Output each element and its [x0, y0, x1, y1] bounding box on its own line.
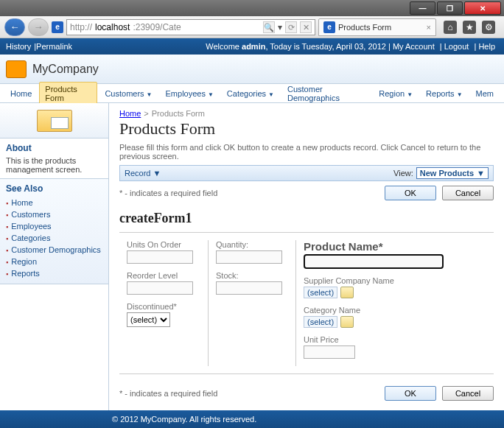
- sidebar-image: [0, 103, 108, 138]
- field-units-on-order: Units On Order: [127, 240, 200, 264]
- sidebar-link-region[interactable]: Region: [11, 257, 37, 266]
- required-note: * - indicates a required field: [119, 189, 385, 197]
- sidebar-link-home[interactable]: Home: [11, 198, 32, 207]
- seealso-title: See Also: [6, 183, 102, 194]
- product-name-input[interactable]: [304, 254, 444, 269]
- lookup-icon[interactable]: [340, 287, 354, 298]
- company-name: MyCompany: [32, 63, 99, 76]
- browser-tab[interactable]: e Products Form ×: [318, 18, 436, 36]
- menu-item-customer-demographics[interactable]: Customer Demographics: [281, 82, 371, 105]
- menu-item-products-form[interactable]: Products Form: [39, 82, 97, 105]
- category-select-link[interactable]: (select): [304, 316, 337, 328]
- record-menu[interactable]: Record ▼: [125, 169, 161, 178]
- unit-price-input[interactable]: [304, 345, 355, 359]
- view-dropdown[interactable]: New Products▼: [416, 167, 489, 179]
- menu-item-mem[interactable]: Mem: [470, 86, 500, 101]
- record-toolbar: Record ▼ View: New Products▼: [119, 165, 494, 181]
- url-prefix: http://: [70, 22, 92, 32]
- field-reorder-level: Reorder Level: [127, 271, 200, 295]
- my-account-link[interactable]: My Account: [393, 42, 435, 51]
- quantity-input[interactable]: [216, 250, 282, 264]
- stop-icon[interactable]: ✕: [300, 21, 312, 33]
- about-title: About: [6, 143, 102, 153]
- page-title: Products Form: [119, 119, 494, 138]
- sidebar-link-customer-demographics[interactable]: Customer Demographics: [11, 245, 101, 254]
- window-titlebar: — ❐ ✕: [0, 0, 504, 16]
- app-header: MyCompany: [0, 55, 504, 84]
- logout-link[interactable]: Logout: [444, 42, 469, 51]
- tab-close-icon[interactable]: ×: [427, 23, 431, 32]
- tab-title: Products Form: [338, 23, 391, 32]
- field-discontinued: Discontinued* (select): [127, 302, 200, 327]
- field-supplier: Supplier Company Name (select): [304, 276, 486, 298]
- url-host: localhost: [95, 22, 130, 32]
- sidebar-link-reports[interactable]: Reports: [11, 269, 40, 278]
- window-close[interactable]: ✕: [464, 1, 501, 15]
- window-minimize[interactable]: —: [410, 1, 435, 15]
- footer: © 2012 MyCompany. All rights reserved.: [0, 410, 504, 428]
- page-description: Please fill this form and click OK butto…: [119, 143, 494, 161]
- browser-toolbar: ← → e http://localhost:23909/Cate 🔍 ▾ ⟳ …: [0, 16, 504, 38]
- units-on-order-input[interactable]: [127, 250, 193, 264]
- history-link[interactable]: History: [6, 42, 31, 51]
- ie-icon: e: [323, 21, 335, 33]
- menu-item-region[interactable]: Region▼: [373, 86, 419, 101]
- field-stock: Stock:: [216, 271, 288, 295]
- company-logo: [6, 60, 27, 78]
- sidebar: About This is the products management sc…: [0, 103, 109, 410]
- reorder-level-input[interactable]: [127, 281, 193, 295]
- sidebar-link: Employees: [6, 220, 102, 232]
- discontinued-select[interactable]: (select): [127, 312, 170, 327]
- ok-button-bottom[interactable]: OK: [385, 386, 436, 401]
- welcome-user: admin: [242, 42, 265, 51]
- menu-item-customers[interactable]: Customers▼: [99, 86, 158, 101]
- tools-icon[interactable]: ⚙: [482, 21, 495, 34]
- field-quantity: Quantity:: [216, 240, 288, 264]
- sidebar-link: Home: [6, 197, 102, 208]
- home-icon[interactable]: ⌂: [444, 21, 457, 34]
- sidebar-link: Reports: [6, 267, 102, 279]
- cancel-button-bottom[interactable]: Cancel: [442, 386, 494, 401]
- back-button[interactable]: ←: [4, 18, 25, 36]
- permalink-link[interactable]: Permalink: [36, 42, 72, 51]
- cancel-button-top[interactable]: Cancel: [442, 186, 494, 200]
- sidebar-link: Region: [6, 256, 102, 267]
- main-menu: HomeProducts FormCustomers▼Employees▼Cat…: [0, 84, 504, 103]
- sidebar-link-customers[interactable]: Customers: [11, 210, 50, 219]
- form-columns: Units On Order Reorder Level Discontinue…: [119, 232, 494, 366]
- forward-button[interactable]: →: [28, 18, 49, 36]
- form-title: createForm1: [119, 211, 494, 226]
- main-content: Home>Products Form Products Form Please …: [109, 103, 504, 410]
- field-unit-price: Unit Price: [304, 335, 486, 359]
- field-product-name: Product Name*: [304, 240, 486, 269]
- welcome-pre: Welcome: [206, 42, 242, 51]
- search-icon[interactable]: 🔍: [263, 21, 275, 33]
- sidebar-link-categories[interactable]: Categories: [11, 234, 50, 242]
- window-maximize[interactable]: ❐: [437, 1, 463, 15]
- url-rest: :23909/Cate: [133, 22, 181, 32]
- about-text: This is the products management screen.: [6, 156, 102, 174]
- refresh-icon[interactable]: ⟳: [285, 21, 297, 33]
- ie-icon: e: [52, 21, 63, 33]
- help-link[interactable]: Help: [478, 42, 495, 51]
- sidebar-link-employees[interactable]: Employees: [11, 222, 51, 231]
- sidebar-link: Customers: [6, 208, 102, 220]
- stock-input[interactable]: [216, 281, 282, 295]
- view-label: View:: [393, 169, 413, 178]
- field-category: Category Name (select): [304, 306, 486, 328]
- menu-item-employees[interactable]: Employees▼: [160, 86, 220, 101]
- lookup-icon[interactable]: [340, 316, 354, 328]
- copyright: © 2012 MyCompany. All rights reserved.: [112, 415, 256, 424]
- address-bar[interactable]: http://localhost:23909/Cate 🔍 ▾ ⟳ ✕: [66, 19, 315, 35]
- crumb-home[interactable]: Home: [119, 109, 141, 118]
- breadcrumb: Home>Products Form: [119, 109, 494, 118]
- menu-item-home[interactable]: Home: [4, 86, 38, 101]
- menu-item-reports[interactable]: Reports▼: [420, 86, 468, 101]
- welcome-date: , Today is Tuesday, April 03, 2012: [265, 42, 385, 51]
- supplier-select-link[interactable]: (select): [304, 287, 337, 298]
- seealso-block: See Also HomeCustomersEmployeesCategorie…: [0, 179, 108, 284]
- sidebar-link: Customer Demographics: [6, 244, 102, 256]
- menu-item-categories[interactable]: Categories▼: [221, 86, 280, 101]
- favorites-icon[interactable]: ★: [463, 21, 476, 34]
- ok-button-top[interactable]: OK: [385, 186, 436, 200]
